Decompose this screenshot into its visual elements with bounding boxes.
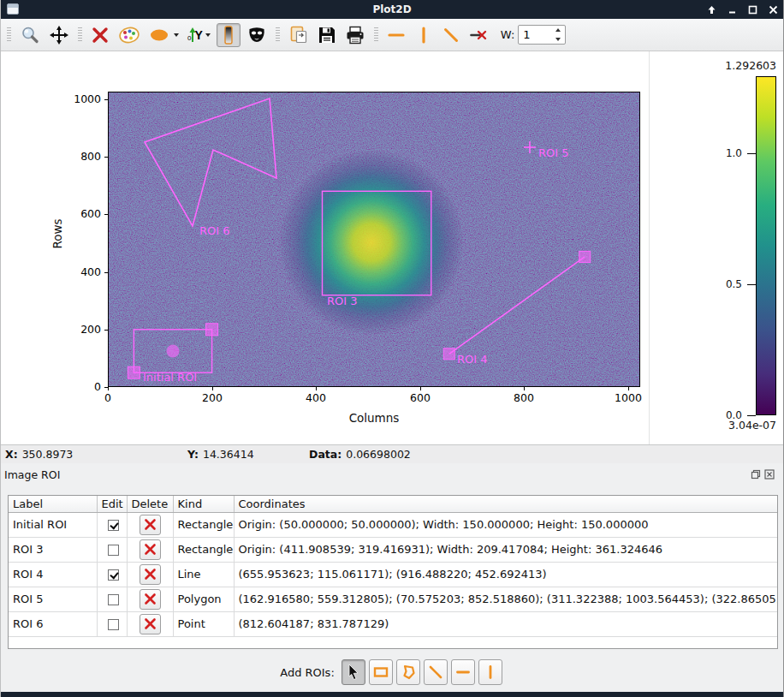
- colormap-icon: [118, 26, 140, 45]
- colormap-button[interactable]: [116, 23, 143, 47]
- edit-checkbox[interactable]: [108, 520, 119, 531]
- header-label[interactable]: Label: [9, 496, 97, 512]
- delete-button[interactable]: [140, 564, 161, 585]
- roi-coordinates-cell: (655.953623; 115.061171); (916.488220; 4…: [234, 562, 778, 587]
- table-row[interactable]: Initial ROI Rectangle Origin: (50.000000…: [9, 512, 778, 537]
- edit-checkbox[interactable]: [108, 594, 119, 605]
- add-horizontal-line-roi-button[interactable]: [451, 659, 475, 685]
- delete-button[interactable]: [140, 515, 161, 535]
- pan-mode-button[interactable]: [46, 23, 72, 47]
- add-vertical-line-roi-button[interactable]: [478, 659, 502, 685]
- x-tick-label: 800: [505, 391, 543, 404]
- toolbar-grip[interactable]: [276, 27, 280, 43]
- y-tick-label: 200: [62, 323, 101, 336]
- colorbar-tick: [747, 153, 756, 154]
- roi-table[interactable]: Label Edit Delete Kind Coordinates Initi…: [8, 495, 778, 649]
- dock-title: Image ROI: [4, 468, 60, 481]
- table-row[interactable]: ROI 6 Point (812.604187; 831.787129): [9, 611, 778, 636]
- zoom-mode-button[interactable]: [17, 23, 43, 47]
- dock-float-button[interactable]: [751, 469, 761, 480]
- x-tick-label: 200: [193, 391, 231, 404]
- image-noise-overlay: [108, 92, 640, 387]
- vertical-profile-button[interactable]: [412, 23, 436, 47]
- roi-6-label: ROI 5: [538, 146, 569, 159]
- window-bottom-border: [1, 692, 783, 697]
- toolbar-grip[interactable]: [78, 27, 82, 43]
- shade-button[interactable]: [706, 4, 716, 15]
- roi-label-cell[interactable]: ROI 6: [9, 611, 97, 636]
- profile-width-spinbox[interactable]: [518, 25, 566, 45]
- reset-zoom-button[interactable]: [88, 23, 112, 47]
- spin-up-icon[interactable]: [553, 26, 563, 34]
- roi-handle[interactable]: [206, 324, 218, 336]
- float-icon: [751, 469, 761, 480]
- colorbar-toggle-button[interactable]: [217, 23, 241, 47]
- delete-cell: [127, 562, 173, 587]
- roi-handle[interactable]: [579, 251, 591, 262]
- roi-label-cell[interactable]: ROI 4: [9, 562, 97, 587]
- colorbar-tick-label: 1.0: [708, 147, 742, 159]
- dock-close-button[interactable]: [764, 469, 775, 480]
- add-rectangle-roi-button[interactable]: [369, 659, 393, 685]
- horizontal-profile-button[interactable]: [384, 23, 408, 47]
- image-roi-dock-header[interactable]: Image ROI: [1, 463, 783, 486]
- roi-center-handle[interactable]: [167, 345, 180, 358]
- yaxis-letter-label: Y: [194, 28, 202, 42]
- free-line-profile-button[interactable]: [439, 23, 463, 47]
- roi-label-cell[interactable]: ROI 3: [9, 537, 97, 562]
- delete-x-icon: [144, 617, 157, 630]
- edit-cell: [97, 562, 127, 587]
- toolbar-grip[interactable]: [374, 27, 378, 43]
- roi-handle[interactable]: [128, 366, 140, 378]
- plot-canvas[interactable]: ROI 6 ROI 3 Initial ROI ROI 4: [108, 92, 640, 387]
- header-kind[interactable]: Kind: [173, 496, 234, 512]
- title-bar[interactable]: Plot2D: [1, 0, 783, 19]
- roi-3-label: ROI 3: [327, 295, 358, 307]
- delete-cell: [127, 587, 173, 611]
- aggregation-mode-button[interactable]: [146, 23, 181, 47]
- print-button[interactable]: [342, 23, 368, 47]
- add-polygon-roi-button[interactable]: [396, 659, 420, 685]
- table-row[interactable]: ROI 5 Polygon (162.916580; 559.312805); …: [9, 587, 778, 611]
- dock-close-icon: [764, 469, 775, 480]
- x-tick: [420, 387, 421, 390]
- colorbar-tick: [747, 415, 756, 416]
- roi-handle[interactable]: [443, 348, 454, 360]
- colorbar[interactable]: [756, 76, 776, 415]
- header-edit[interactable]: Edit: [97, 496, 127, 512]
- roi-label-cell[interactable]: ROI 5: [9, 587, 97, 611]
- y-axis-orientation-button[interactable]: 0 Y: [185, 23, 213, 47]
- header-coordinates[interactable]: Coordinates: [234, 496, 778, 512]
- roi-kind-cell: Polygon: [173, 587, 234, 611]
- delete-button[interactable]: [140, 614, 161, 634]
- delete-x-icon: [144, 593, 157, 605]
- select-mode-button[interactable]: [342, 659, 365, 685]
- vertical-profile-icon: [414, 26, 433, 45]
- minimize-button[interactable]: [727, 4, 737, 15]
- add-line-roi-button[interactable]: [424, 659, 448, 685]
- save-button[interactable]: [315, 23, 339, 47]
- toolbar-grip[interactable]: [7, 27, 11, 43]
- window-icon: [7, 3, 19, 15]
- edit-checkbox[interactable]: [108, 545, 119, 556]
- edit-checkbox[interactable]: [108, 569, 119, 581]
- mask-tools-button[interactable]: [244, 23, 270, 47]
- delete-button[interactable]: [140, 539, 161, 560]
- profile-width-input[interactable]: [519, 26, 553, 44]
- x-tick-label: 1000: [609, 391, 647, 404]
- y-position-value: 14.36414: [203, 448, 254, 461]
- header-delete[interactable]: Delete: [127, 496, 173, 512]
- close-button[interactable]: [768, 4, 778, 15]
- edit-checkbox[interactable]: [108, 619, 119, 630]
- maximize-button[interactable]: [747, 4, 757, 15]
- copy-to-clipboard-button[interactable]: [286, 23, 312, 47]
- clear-profile-button[interactable]: [466, 23, 492, 47]
- delete-button[interactable]: [140, 589, 161, 610]
- colorbar-max-label: 1.292603: [682, 59, 776, 72]
- table-row[interactable]: ROI 4 Line (655.953623; 115.061171); (91…: [9, 562, 778, 587]
- spin-down-icon[interactable]: [553, 35, 563, 44]
- table-row[interactable]: ROI 3 Rectangle Origin: (411.908539; 319…: [9, 537, 778, 562]
- roi-label-cell[interactable]: Initial ROI: [9, 512, 97, 537]
- delete-cell: [127, 537, 173, 562]
- vertical-line-roi-icon: [482, 664, 499, 681]
